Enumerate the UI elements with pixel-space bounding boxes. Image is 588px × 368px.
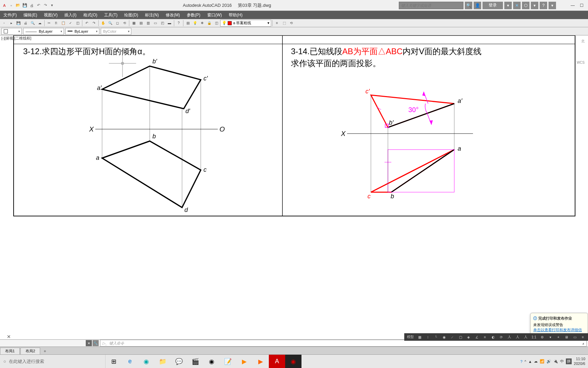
menu-window[interactable]: 窗口(W) xyxy=(204,11,225,19)
person-icon[interactable]: 人 xyxy=(522,334,529,340)
cut-icon[interactable]: ✂ xyxy=(46,20,52,27)
volume-icon[interactable]: 🔊 xyxy=(546,359,551,364)
layer-freeze-icon[interactable]: ❄ xyxy=(199,20,206,27)
grid-icon[interactable]: ▦ xyxy=(416,334,423,340)
menu-insert[interactable]: 插入(I) xyxy=(61,11,80,19)
otrack-icon[interactable]: ∠ xyxy=(473,334,480,340)
new-icon[interactable]: ▫ xyxy=(1,20,7,27)
taskbar-search-input[interactable]: ○ 在此键入进行搜索 xyxy=(0,355,105,368)
menu-dimension[interactable]: 标注(N) xyxy=(142,11,162,19)
layer-filter-icon[interactable]: 💡 xyxy=(192,20,198,27)
ime-indicator[interactable]: 中 xyxy=(560,359,564,364)
properties-icon[interactable]: ▦ xyxy=(130,20,137,27)
isoplane-icon[interactable]: ⟋ xyxy=(448,334,456,340)
layout-tab-1[interactable]: 布局1 xyxy=(0,348,20,354)
linetype-dropdown[interactable]: ———ByLayer xyxy=(23,28,64,35)
person-icon[interactable]: 人 xyxy=(514,334,521,340)
save-icon[interactable]: 💾 xyxy=(22,2,28,9)
autocad-icon[interactable]: A xyxy=(269,355,285,368)
maximize-icon[interactable]: ☐ xyxy=(578,2,585,9)
tool-palette-icon[interactable]: ▥ xyxy=(145,20,151,27)
dropdown-icon[interactable]: ▾ xyxy=(531,2,538,9)
print-icon[interactable]: 🖨 xyxy=(22,20,29,27)
redo-icon[interactable]: ↷ xyxy=(91,20,97,27)
ortho-icon[interactable]: └ xyxy=(432,334,440,340)
snap-icon[interactable]: ⫶ xyxy=(424,334,431,340)
osnap-icon[interactable]: ▢ xyxy=(457,334,464,340)
search-icon[interactable]: 🔍 xyxy=(465,2,472,9)
plot-icon[interactable]: 🖨 xyxy=(29,2,35,9)
block-icon[interactable]: ◫ xyxy=(74,20,81,27)
layout-tab-2[interactable]: 布局2 xyxy=(20,348,40,354)
preview-icon[interactable]: 🔍 xyxy=(29,20,36,27)
match-icon[interactable]: ✓ xyxy=(67,20,74,27)
zoom-win-icon[interactable]: ◻ xyxy=(114,20,121,27)
model-space-button[interactable]: 模型 xyxy=(406,335,415,339)
chrome-icon[interactable]: ◉ xyxy=(203,355,220,368)
a360-icon[interactable]: ⬡ xyxy=(522,2,529,9)
app-icon[interactable]: 🎬 xyxy=(187,355,203,368)
login-button[interactable]: 登录 xyxy=(483,2,503,9)
drawing-viewport[interactable]: [-][俯视][二维线框] 北 WCS 3-12.求四边形平面对H面的倾角α。 … xyxy=(0,35,588,334)
menu-modify[interactable]: 修改(M) xyxy=(162,11,183,19)
exchange-icon[interactable]: ✕ xyxy=(513,2,521,9)
annotation-scale[interactable]: 1:1 xyxy=(530,335,538,339)
3dosnap-icon[interactable]: ◈ xyxy=(465,334,472,340)
plug-icon[interactable]: 🔌 xyxy=(553,359,558,364)
customize-icon[interactable]: ≡ xyxy=(579,334,587,340)
open-icon[interactable]: ▸ xyxy=(8,20,15,27)
copy-icon[interactable]: ⎘ xyxy=(53,20,60,27)
menu-draw[interactable]: 绘图(D) xyxy=(121,11,142,19)
sheet-icon[interactable]: ▭ xyxy=(152,20,159,27)
layer-state-icon[interactable]: ≡ xyxy=(274,20,280,27)
add-icon[interactable]: + xyxy=(555,334,562,340)
markup-icon[interactable]: ◰ xyxy=(159,20,166,27)
minimize-icon[interactable]: — xyxy=(569,2,576,9)
menu-parametric[interactable]: 参数(P) xyxy=(183,11,204,19)
layer-prev-icon[interactable]: ⟲ xyxy=(288,20,295,27)
transparency-icon[interactable]: ◐ xyxy=(489,334,497,340)
clean-icon[interactable]: ▭ xyxy=(571,334,578,340)
network-icon[interactable]: ▲ xyxy=(528,359,532,364)
app-icon[interactable]: ◉ xyxy=(138,355,154,368)
zoom-prev-icon[interactable]: ⟲ xyxy=(121,20,128,27)
layer-dropdown[interactable]: 💡 a 答案粗线 ▾ xyxy=(220,20,271,27)
monitor-icon[interactable]: 🖥 xyxy=(563,334,570,340)
chevron-up-icon[interactable]: ^ xyxy=(524,359,526,364)
menu-file[interactable]: 文件(F) xyxy=(0,11,20,19)
calc-icon[interactable]: ▬ xyxy=(166,20,173,27)
polar-icon[interactable]: ◉ xyxy=(440,334,448,340)
edge-icon[interactable]: e xyxy=(122,355,138,368)
app-menu-icon[interactable]: A xyxy=(1,2,7,9)
open-icon[interactable]: 📂 xyxy=(15,2,21,9)
notepad-icon[interactable]: 📝 xyxy=(220,355,236,368)
gear-icon[interactable]: ⚙ xyxy=(538,334,546,340)
menu-format[interactable]: 格式(O) xyxy=(80,11,101,19)
dropdown-icon[interactable]: ▾ xyxy=(504,2,512,9)
cmd-config-icon[interactable]: 🔧 xyxy=(93,340,99,346)
cycling-icon[interactable]: ⟳ xyxy=(497,334,505,340)
wechat-icon[interactable]: 💬 xyxy=(171,355,187,368)
layer-mgr-icon[interactable]: ▤ xyxy=(184,20,191,27)
undo-icon[interactable]: ↶ xyxy=(35,2,42,9)
cmd-window-close-icon[interactable]: ✕ xyxy=(7,334,11,339)
qat-dropdown-icon[interactable]: ▾ xyxy=(49,2,55,9)
color-dropdown[interactable] xyxy=(1,28,22,35)
explorer-icon[interactable]: 📁 xyxy=(154,355,171,368)
dropdown-icon[interactable]: ▾ xyxy=(549,2,556,9)
lwt-icon[interactable]: ≡ xyxy=(481,334,489,340)
redo-icon[interactable]: ↷ xyxy=(42,2,48,9)
help-icon[interactable]: ? xyxy=(175,20,182,27)
lineweight-dropdown[interactable]: ━━ByLayer xyxy=(65,28,99,35)
tray-clock[interactable]: 11:10 2020/6 xyxy=(574,357,585,366)
help-icon[interactable]: ? xyxy=(540,2,547,9)
dc-icon[interactable]: ▤ xyxy=(137,20,144,27)
person-icon[interactable]: 人 xyxy=(506,334,513,340)
user-icon[interactable]: 👤 xyxy=(474,2,481,9)
ime-mode[interactable]: 拼 xyxy=(566,358,572,364)
help-tray-icon[interactable]: ? xyxy=(520,359,522,364)
add-layout-button[interactable]: + xyxy=(41,348,49,354)
task-view-icon[interactable]: ⊞ xyxy=(105,355,122,368)
pan-icon[interactable]: ✋ xyxy=(100,20,107,27)
cmd-close-icon[interactable]: ✕ xyxy=(86,340,92,346)
